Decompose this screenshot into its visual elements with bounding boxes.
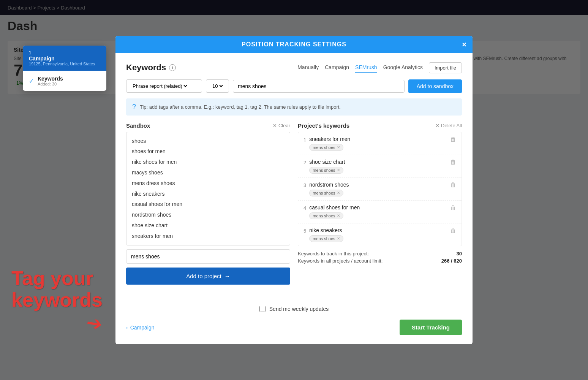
stats-row-1: Keywords to track in this project: 30	[298, 250, 462, 257]
kw-name: casual shoes for men	[309, 204, 447, 211]
tip-icon: ?	[132, 103, 136, 111]
keywords-tabs: Manually Campaign SEMrush Google Analyti…	[297, 62, 462, 73]
kw-delete-icon[interactable]: 🗑	[450, 136, 456, 143]
list-item: shoes for men	[132, 146, 285, 157]
back-to-campaign-button[interactable]: ‹ Campaign	[126, 325, 155, 331]
add-project-label: Add to project	[186, 273, 221, 279]
kw-number: 3	[303, 182, 306, 188]
sandbox-tag-input[interactable]	[126, 249, 290, 264]
modal-title: POSITION TRACKING SETTINGS	[242, 41, 346, 48]
weekly-updates-label: Send me weekly updates	[269, 306, 329, 312]
two-col-layout: Sandbox ✕ Clear shoes shoes for men nike…	[126, 122, 462, 285]
kw-tag[interactable]: mens shoes ✕	[309, 167, 343, 174]
kw-tag-label: mens shoes	[313, 214, 335, 218]
kw-name: nike sneakers	[309, 227, 447, 233]
popup-keywords-item[interactable]: ✓ Keywords Added: 30	[23, 71, 106, 91]
arrow-right-icon: →	[224, 273, 230, 279]
check-icon: ✓	[29, 78, 34, 85]
project-keywords-list: 1 sneakers for men mens shoes ✕ 🗑	[298, 132, 462, 246]
footer-actions: ‹ Campaign Start Tracking	[126, 320, 462, 335]
modal-close-button[interactable]: ×	[462, 40, 466, 49]
num-select[interactable]: 102050	[211, 83, 224, 89]
popup-item-title: Campaign	[29, 55, 100, 62]
kw-content: shoe size chart mens shoes ✕	[309, 159, 447, 174]
project-keywords-section: Project's keywords ✕ Delete All 1 sneake…	[298, 122, 462, 285]
keywords-title-container: Keywords i	[126, 63, 176, 73]
phrase-report-dropdown[interactable]: Phrase report (related)Broad matchExact …	[126, 79, 202, 93]
stats-row-2: Keywords in all projects / account limit…	[298, 257, 462, 264]
stats-label-2: Keywords in all projects / account limit…	[298, 258, 383, 264]
list-item: sneakers for men	[132, 231, 285, 242]
stats-label-1: Keywords to track in this project:	[298, 251, 369, 256]
campaign-popup: 1 Campaign 19125, Pennsylvania, United S…	[23, 46, 106, 91]
project-kw-row: 5 nike sneakers mens shoes ✕ 🗑	[298, 223, 462, 246]
info-icon[interactable]: i	[169, 64, 176, 71]
sandbox-header: Sandbox ✕ Clear	[126, 122, 290, 129]
kw-tag-label: mens shoes	[313, 168, 335, 173]
add-to-project-button[interactable]: Add to project →	[126, 268, 290, 285]
kw-number: 4	[303, 205, 306, 211]
tab-semrush[interactable]: SEMrush	[355, 63, 377, 73]
sandbox-title: Sandbox	[126, 122, 150, 129]
list-item: shoes	[132, 136, 285, 147]
start-tracking-button[interactable]: Start Tracking	[400, 320, 462, 335]
kw-name: nordstrom shoes	[309, 182, 447, 188]
back-label: Campaign	[130, 325, 155, 331]
kw-tag-label: mens shoes	[313, 191, 335, 195]
project-kw-row: 4 casual shoes for men mens shoes ✕ 🗑	[298, 201, 462, 223]
list-item: nike shoes for men	[132, 157, 285, 168]
stats-value-1: 30	[457, 251, 462, 256]
kw-tag-remove[interactable]: ✕	[337, 191, 340, 195]
clear-label: Clear	[278, 123, 290, 128]
tip-box: ? Tip: add tags after a comma. E.g.: key…	[126, 98, 462, 116]
popup-item-num: 1	[29, 50, 100, 55]
kw-tag[interactable]: mens shoes ✕	[309, 144, 343, 151]
list-item: shoe size chart	[132, 220, 285, 231]
search-row: Phrase report (related)Broad matchExact …	[126, 79, 462, 93]
project-keywords-header: Project's keywords ✕ Delete All	[298, 122, 462, 129]
kw-tag-remove[interactable]: ✕	[337, 236, 340, 241]
list-item: nike sneakers	[132, 189, 285, 200]
kw-delete-icon[interactable]: 🗑	[450, 159, 456, 166]
kw-tag[interactable]: mens shoes ✕	[309, 235, 343, 242]
kw-delete-icon[interactable]: 🗑	[450, 227, 456, 234]
kw-delete-icon[interactable]: 🗑	[450, 182, 456, 188]
popup-item-sub: 19125, Pennsylvania, United States	[29, 62, 100, 66]
kw-content: nordstrom shoes mens shoes ✕	[309, 182, 447, 196]
popup-campaign-item[interactable]: 1 Campaign 19125, Pennsylvania, United S…	[23, 46, 106, 71]
keywords-header: Keywords i Manually Campaign SEMrush Goo…	[126, 62, 462, 73]
popup-keywords-title: Keywords	[38, 76, 63, 82]
kw-tag-remove[interactable]: ✕	[337, 168, 340, 172]
weekly-updates-checkbox[interactable]	[259, 306, 266, 312]
project-stats: Keywords to track in this project: 30 Ke…	[298, 250, 462, 264]
sandbox-clear-button[interactable]: ✕ Clear	[273, 123, 290, 128]
tab-google-analytics[interactable]: Google Analytics	[383, 63, 423, 73]
popup-keywords-sub: Added: 30	[38, 82, 63, 86]
project-kw-row: 1 sneakers for men mens shoes ✕ 🗑	[298, 132, 462, 155]
add-to-sandbox-button[interactable]: Add to sandbox	[408, 79, 462, 93]
clear-x-icon: ✕	[273, 123, 277, 128]
kw-number: 5	[303, 228, 306, 234]
kw-tag-remove[interactable]: ✕	[337, 145, 340, 149]
kw-content: casual shoes for men mens shoes ✕	[309, 204, 447, 219]
tag-annotation: Tag yourkeywords ➔	[11, 268, 103, 334]
tab-manually[interactable]: Manually	[297, 63, 319, 73]
project-keywords-title: Project's keywords	[298, 122, 349, 129]
phrase-report-select[interactable]: Phrase report (related)Broad matchExact …	[131, 83, 188, 89]
num-dropdown[interactable]: 102050	[206, 79, 229, 93]
kw-tag-remove[interactable]: ✕	[337, 214, 340, 218]
kw-tag[interactable]: mens shoes ✕	[309, 190, 343, 196]
stats-value-2: 266 / 620	[441, 258, 462, 264]
kw-tag-label: mens shoes	[313, 236, 335, 241]
modal-header: POSITION TRACKING SETTINGS ×	[115, 36, 473, 53]
kw-delete-icon[interactable]: 🗑	[450, 204, 456, 211]
sandbox-list: shoes shoes for men nike shoes for men m…	[126, 132, 290, 246]
project-kw-row: 2 shoe size chart mens shoes ✕ 🗑	[298, 155, 462, 178]
delete-all-button[interactable]: ✕ Delete All	[435, 123, 462, 128]
keyword-search-input[interactable]	[233, 80, 405, 93]
keywords-label: Keywords	[126, 63, 166, 73]
import-file-button[interactable]: Import file	[429, 62, 462, 73]
kw-number: 2	[303, 160, 306, 165]
kw-tag[interactable]: mens shoes ✕	[309, 212, 343, 219]
tab-campaign[interactable]: Campaign	[325, 63, 349, 73]
